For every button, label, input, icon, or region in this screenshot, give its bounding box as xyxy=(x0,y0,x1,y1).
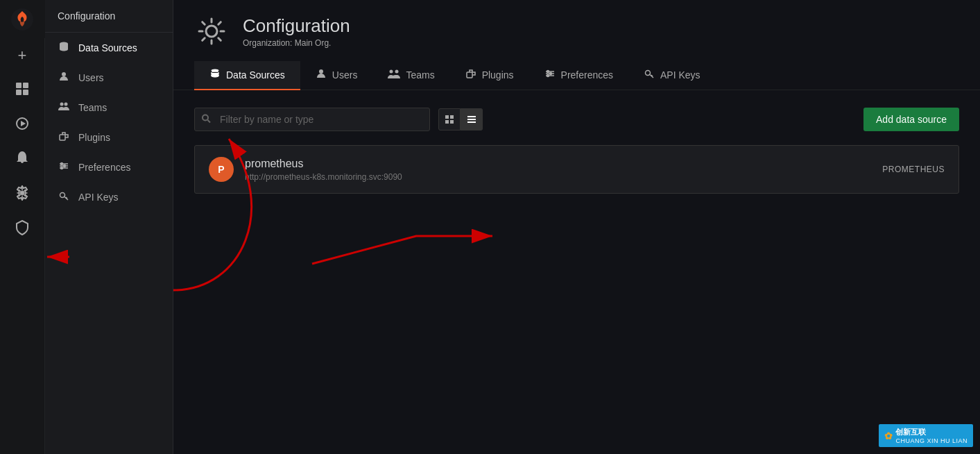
sidebar-item-add[interactable]: + xyxy=(0,38,45,73)
sidebar: + xyxy=(0,0,45,454)
users-menu-icon xyxy=(58,71,70,84)
svg-point-32 xyxy=(549,73,551,75)
main-content: Configuration Organization: Main Org. Da… xyxy=(173,0,980,454)
svg-point-20 xyxy=(206,26,217,37)
tab-teams-icon xyxy=(388,68,400,82)
apikeys-menu-icon xyxy=(58,190,70,203)
page-header: Configuration Organization: Main Org. xyxy=(173,0,980,49)
tab-datasources[interactable]: Data Sources xyxy=(194,61,300,90)
svg-point-31 xyxy=(547,71,549,73)
tab-preferences-icon xyxy=(544,68,556,82)
svg-point-35 xyxy=(203,115,208,121)
svg-point-19 xyxy=(60,193,65,198)
context-menu-item-label: Data Sources xyxy=(78,42,137,53)
sidebar-item-config[interactable] xyxy=(0,177,45,212)
sidebar-item-alert[interactable] xyxy=(0,142,45,177)
context-menu-item-label: Users xyxy=(78,72,104,83)
context-menu-item-label: Preferences xyxy=(78,162,130,173)
tab-plugins[interactable]: Plugins xyxy=(450,61,529,90)
tab-teams-label: Teams xyxy=(406,69,434,81)
datasource-type: PROMETHEUS xyxy=(882,165,945,174)
datasource-list: P prometheus http://prometheus-k8s.monit… xyxy=(194,145,959,194)
svg-rect-1 xyxy=(16,83,22,88)
tab-apikeys[interactable]: API Keys xyxy=(628,61,716,90)
toolbar: Add data source xyxy=(194,108,959,131)
tab-preferences[interactable]: Preferences xyxy=(529,61,628,90)
svg-rect-38 xyxy=(450,115,454,119)
tab-preferences-label: Preferences xyxy=(561,69,613,81)
gear-icon xyxy=(15,185,30,204)
sidebar-item-dashboard[interactable] xyxy=(0,73,45,108)
list-view-button[interactable] xyxy=(461,108,483,131)
context-menu-item-datasources[interactable]: Data Sources xyxy=(45,33,173,62)
tab-users[interactable]: Users xyxy=(300,61,373,90)
svg-point-17 xyxy=(64,165,66,167)
svg-point-25 xyxy=(390,70,393,74)
tab-plugins-icon xyxy=(465,68,476,82)
svg-rect-2 xyxy=(23,83,28,88)
page-title: Configuration xyxy=(243,15,350,37)
svg-rect-39 xyxy=(445,120,449,124)
tab-teams[interactable]: Teams xyxy=(372,61,449,90)
datasource-item[interactable]: P prometheus http://prometheus-k8s.monit… xyxy=(194,145,959,194)
context-menu-item-label: Plugins xyxy=(78,132,110,143)
svg-point-16 xyxy=(61,163,63,165)
grid-view-button[interactable] xyxy=(438,108,461,131)
watermark: ✿ 创新互联 CHUANG XIN HU LIAN xyxy=(879,424,973,447)
svg-point-33 xyxy=(547,75,549,77)
svg-line-36 xyxy=(208,120,211,123)
svg-point-10 xyxy=(60,103,64,106)
tab-users-label: Users xyxy=(332,69,358,81)
context-menu-item-teams[interactable]: Teams xyxy=(45,92,173,122)
view-toggle xyxy=(438,108,483,131)
svg-point-24 xyxy=(319,69,323,74)
explore-icon xyxy=(15,116,30,135)
search-box xyxy=(194,108,430,131)
tab-datasources-icon xyxy=(209,68,221,82)
svg-point-34 xyxy=(646,71,651,76)
search-input[interactable] xyxy=(194,108,430,131)
app-logo[interactable] xyxy=(0,0,45,38)
datasource-name: prometheus xyxy=(245,158,882,170)
svg-rect-43 xyxy=(467,121,476,123)
svg-point-26 xyxy=(395,70,399,74)
context-menu-item-label: Teams xyxy=(78,102,107,113)
datasources-menu-icon xyxy=(58,41,70,54)
search-icon xyxy=(201,114,211,126)
datasource-info: prometheus http://prometheus-k8s.monitor… xyxy=(245,158,882,182)
svg-rect-27 xyxy=(467,72,472,78)
tab-apikeys-label: API Keys xyxy=(660,69,700,81)
datasource-url: http://prometheus-k8s.monitoring.svc:909… xyxy=(245,172,882,182)
svg-rect-4 xyxy=(23,90,28,95)
context-menu-item-users[interactable]: Users xyxy=(45,62,173,92)
tabs-bar: Data Sources Users Teams Plugins xyxy=(173,61,980,90)
header-text: Configuration Organization: Main Org. xyxy=(243,15,350,48)
teams-menu-icon xyxy=(58,101,70,114)
context-menu-header: Configuration xyxy=(45,0,173,33)
shield-icon xyxy=(15,220,29,239)
svg-point-9 xyxy=(62,72,66,76)
sidebar-item-explore[interactable] xyxy=(0,108,45,142)
dashboard-icon xyxy=(15,81,30,100)
svg-point-18 xyxy=(61,167,63,169)
svg-rect-3 xyxy=(16,90,22,95)
svg-marker-6 xyxy=(21,121,26,126)
context-menu-item-apikeys[interactable]: API Keys xyxy=(45,182,173,212)
tab-apikeys-icon xyxy=(644,68,655,82)
add-datasource-button[interactable]: Add data source xyxy=(863,108,959,131)
svg-rect-42 xyxy=(467,119,476,120)
bell-icon xyxy=(15,151,29,169)
org-subtitle: Organization: Main Org. xyxy=(243,38,350,48)
context-menu-item-label: API Keys xyxy=(78,192,119,203)
preferences-menu-icon xyxy=(58,160,70,174)
plugins-menu-icon xyxy=(58,131,70,144)
svg-rect-37 xyxy=(445,115,449,119)
svg-point-11 xyxy=(65,103,68,106)
svg-rect-40 xyxy=(450,120,454,124)
svg-rect-12 xyxy=(60,135,65,140)
context-menu-item-plugins[interactable]: Plugins xyxy=(45,122,173,152)
svg-rect-41 xyxy=(467,116,476,117)
add-icon: + xyxy=(18,47,27,65)
context-menu-item-preferences[interactable]: Preferences xyxy=(45,152,173,182)
sidebar-item-shield[interactable] xyxy=(0,212,45,246)
